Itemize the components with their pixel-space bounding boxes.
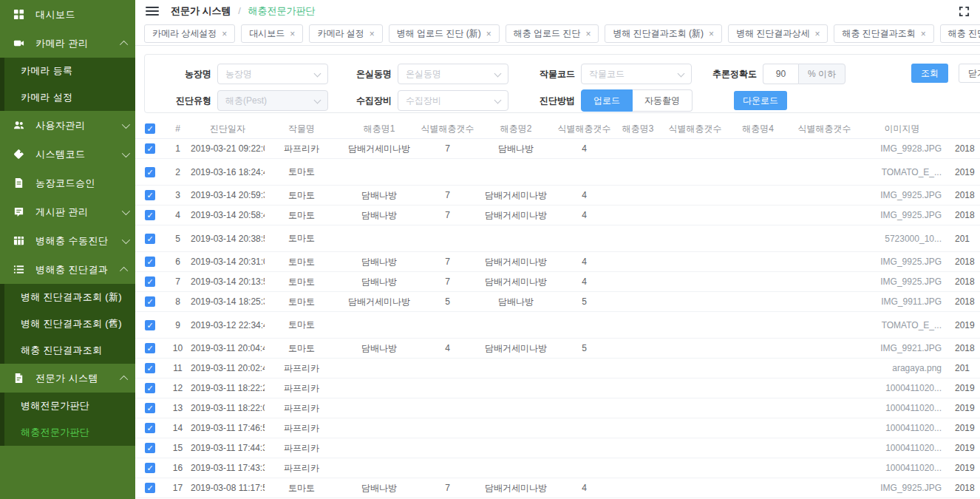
method-option-0-active[interactable]: 업로드 (581, 89, 633, 112)
row-number: 14 (165, 423, 191, 433)
tab-close-icon[interactable]: × (709, 30, 714, 38)
tab-close-icon[interactable]: × (814, 30, 820, 38)
sidebar-subitem[interactable]: 카메라 등록 (0, 58, 135, 84)
pest-count-1: 7 (420, 143, 475, 154)
row-checkbox[interactable]: ✓ (145, 320, 155, 330)
tab-1[interactable]: 대시보드× (241, 24, 303, 43)
table-row-12[interactable]: ✓122019-03-11 18:22:20파프리카1000411020...2… (135, 379, 980, 398)
row-checkbox[interactable]: ✓ (145, 403, 155, 413)
tab-4[interactable]: 해충 업로드 진단× (506, 24, 599, 43)
sidebar-item-6[interactable]: 병해충 수동진단 (0, 226, 135, 255)
table-row-5[interactable]: ✓52019-03-14 20:38:56토마토5723000_10...201 (135, 225, 980, 252)
row-number: 2 (165, 167, 191, 177)
row-checkbox[interactable]: ✓ (145, 483, 155, 493)
sidebar-item-8[interactable]: 전문가 시스템 (0, 364, 135, 393)
sidebar-subitem[interactable]: 병해 진단결과조회 (新) (0, 284, 135, 310)
tab-6[interactable]: 병해 진단결과상세× (728, 24, 828, 43)
tab-close-icon[interactable]: × (585, 30, 591, 38)
main-content: 전문가 시스템 / 해충전문가판단 카메라 상세설정×대시보드×카메라 설정×병… (135, 0, 980, 499)
sidebar-item-2[interactable]: 사용자관리 (0, 111, 135, 140)
sidebar-item-1[interactable]: 카메라 관리 (0, 29, 135, 58)
table-row-8[interactable]: ✓82019-03-14 18:25:32토마토담배거세미나방5담배나방5IMG… (135, 292, 980, 312)
pest-name-2: 담배거세미나방 (475, 189, 557, 202)
tab-close-icon[interactable]: × (370, 30, 375, 38)
sidebar-item-label: 사용자관리 (35, 119, 122, 132)
hamburger-menu-icon[interactable] (146, 7, 159, 16)
sidebar-item-7[interactable]: 병해충 진단결과 (0, 255, 135, 284)
diagnosis-type-select[interactable]: 해충(Pest) (217, 90, 328, 111)
search-button[interactable]: 조회 (911, 64, 948, 83)
row-checkbox[interactable]: ✓ (145, 190, 155, 200)
row-checkbox[interactable]: ✓ (145, 143, 155, 154)
chevron-down-icon (494, 70, 502, 78)
table-row-15[interactable]: ✓152019-03-11 17:44:33파프리카1000411020...2… (135, 438, 980, 458)
sidebar-subitem[interactable]: 병해전문가판단 (0, 393, 135, 419)
close-button[interactable]: 닫기 (959, 64, 980, 83)
tab-0[interactable]: 카메라 상세설정× (144, 24, 235, 43)
crop-code-select[interactable]: 작물코드 (581, 64, 692, 84)
greenhouse-select[interactable]: 온실동명 (398, 64, 508, 84)
sidebar-item-5[interactable]: 게시판 관리 (0, 197, 135, 226)
table-row-17[interactable]: ✓172019-03-08 11:17:59토마토담배나방7담배거세미나방4IM… (135, 478, 980, 498)
diagnosis-date: 2019-03-12 22:34:44 (191, 320, 265, 330)
row-number: 4 (165, 210, 191, 220)
table-row-3[interactable]: ✓32019-03-14 20:59:38토마토담배나방7담배거세미나방4IMG… (135, 186, 980, 206)
table-row-13[interactable]: ✓132019-03-11 18:22:03파프리카1000411020...2… (135, 398, 980, 418)
crop-name: 토마토 (265, 319, 338, 331)
accuracy-input[interactable] (763, 64, 798, 84)
tab-7[interactable]: 해충 진단결과조회× (834, 24, 933, 43)
topbar: 전문가 시스템 / 해충전문가판단 (135, 0, 980, 22)
manual-diagnosis-icon (13, 235, 24, 246)
sidebar-item-3[interactable]: 시스템코드 (0, 140, 135, 169)
farm-name-select[interactable]: 농장명 (217, 64, 328, 84)
row-checkbox[interactable]: ✓ (145, 463, 155, 473)
image-name: IMG_9925.JPG (860, 190, 945, 200)
table-row-16[interactable]: ✓162019-03-11 17:43:34파프리카1000411020...2… (135, 458, 980, 478)
table-row-9[interactable]: ✓92019-03-12 22:34:44토마토TOMATO_E_...2019 (135, 312, 980, 339)
table-row-10[interactable]: ✓102019-03-11 20:04:40토마토담배나방4담배거세미나방5IM… (135, 339, 980, 359)
table-row-4[interactable]: ✓42019-03-14 20:58:46토마토담배나방7담배거세미나방4IMG… (135, 206, 980, 225)
method-option-1[interactable]: 자동촬영 (633, 89, 693, 112)
pest-count-1: 7 (420, 257, 475, 267)
farm-name-placeholder: 농장명 (225, 68, 252, 81)
row-checkbox[interactable]: ✓ (145, 257, 155, 267)
fullscreen-icon[interactable] (959, 6, 970, 20)
row-checkbox[interactable]: ✓ (145, 276, 155, 287)
row-checkbox[interactable]: ✓ (145, 343, 155, 353)
tab-close-icon[interactable]: × (486, 30, 491, 38)
download-button[interactable]: 다운로드 (734, 91, 787, 110)
tab-8[interactable]: 해충 진단결과상세× (940, 24, 980, 43)
table-row-11[interactable]: ✓112019-03-11 20:02:41파프리카aragaya.png201 (135, 359, 980, 379)
table-row-2[interactable]: ✓22019-03-16 18:24:43토마토TOMATO_E_...2019 (135, 159, 980, 186)
sidebar-subitem[interactable]: 카메라 설정 (0, 84, 135, 111)
row-checkbox[interactable]: ✓ (145, 423, 155, 433)
row-checkbox[interactable]: ✓ (145, 210, 155, 220)
table-row-14[interactable]: ✓142019-03-11 17:46:58파프리카1000411020...2… (135, 418, 980, 438)
board-icon (13, 206, 24, 217)
row-checkbox[interactable]: ✓ (145, 363, 155, 373)
tab-close-icon[interactable]: × (290, 30, 295, 38)
select-all-checkbox[interactable]: ✓ (145, 123, 155, 134)
sidebar-subitem[interactable]: 해충 진단결과조회 (0, 337, 135, 364)
tab-5[interactable]: 병해 진단결과조회 (新)× (605, 24, 722, 43)
reg-date: 2019 (945, 443, 980, 453)
table-row-1[interactable]: ✓12019-03-21 09:22:00파프리카담배거세미나방7담배나방4IM… (135, 139, 980, 159)
sidebar-item-0[interactable]: 대시보드 (0, 0, 135, 29)
row-checkbox[interactable]: ✓ (145, 234, 155, 244)
diagnosis-type-label: 진단유형 (145, 95, 211, 107)
device-select[interactable]: 수집장비 (398, 90, 508, 111)
tab-close-icon[interactable]: × (921, 30, 926, 38)
row-checkbox[interactable]: ✓ (145, 383, 155, 393)
row-checkbox[interactable]: ✓ (145, 443, 155, 453)
row-checkbox[interactable]: ✓ (145, 167, 155, 177)
tab-close-icon[interactable]: × (222, 30, 227, 38)
sidebar-subitem[interactable]: 병해 진단결과조회 (舊) (0, 310, 135, 337)
tab-2[interactable]: 카메라 설정× (309, 24, 382, 43)
table-row-7[interactable]: ✓72019-03-14 20:13:53토마토담배나방7담배거세미나방4IMG… (135, 272, 980, 292)
row-checkbox-cell: ✓ (135, 210, 165, 220)
sidebar-subitem-active[interactable]: 해충전문가판단 (0, 419, 135, 446)
table-row-6[interactable]: ✓62019-03-14 20:31:03토마토담배나방7담배거세미나방4IMG… (135, 252, 980, 272)
tab-3[interactable]: 병해 업로드 진단 (新)× (389, 24, 500, 43)
row-checkbox[interactable]: ✓ (145, 296, 155, 307)
sidebar-item-4[interactable]: 농장코드승인 (0, 169, 135, 197)
